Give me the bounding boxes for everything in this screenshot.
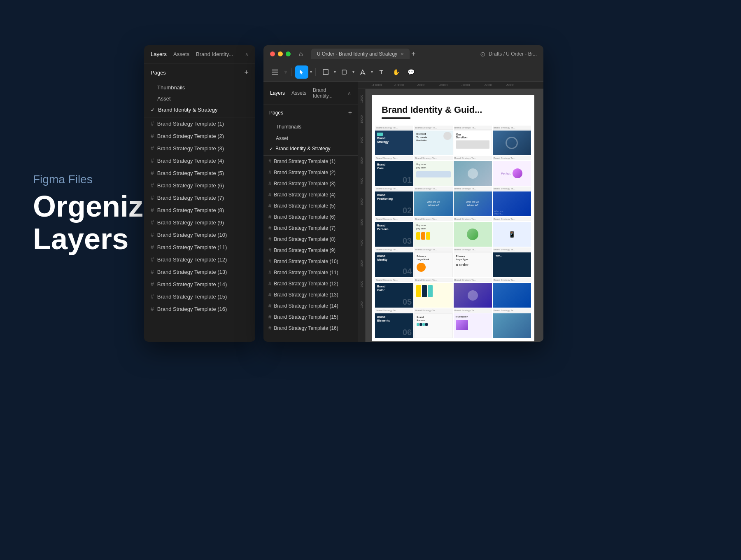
tab-bar: U Order - Brand Identiy and Strategy ✕ +	[311, 49, 416, 59]
thumb-label: Brand Strategy Te...	[493, 126, 531, 130]
layer-item[interactable]: # Brand Strategy Template (11)	[144, 241, 255, 253]
text-tool-btn[interactable]: T	[375, 65, 388, 79]
page-brand-identity-right[interactable]: ✓ Brand Identity & Strategy	[263, 144, 358, 154]
page-thumbnails-left[interactable]: Thumbnails	[144, 82, 255, 93]
layer-item[interactable]: #Brand Strategy Template (8)	[263, 233, 358, 245]
thumb-card	[493, 131, 531, 155]
add-page-btn-left[interactable]: +	[244, 68, 249, 77]
figma-tab-main[interactable]: U Order - Brand Identiy and Strategy ✕	[311, 49, 410, 59]
layer-item[interactable]: # Brand Strategy Template (10)	[144, 229, 255, 241]
tab-assets-left[interactable]: Assets	[173, 51, 189, 57]
pages-section-right: Pages +	[263, 105, 358, 119]
svg-rect-1	[272, 72, 278, 72]
left-panel-header: Layers Assets Brand Identity... ∧	[144, 45, 255, 63]
page-brand-identity-left[interactable]: ✓ Brand Identity & Strategy	[144, 104, 255, 115]
hash-icon: #	[151, 170, 154, 176]
layer-item[interactable]: # Brand Strategy Template (14)	[144, 278, 255, 290]
close-chevron-left[interactable]: ∧	[245, 51, 249, 57]
svg-rect-4	[323, 70, 328, 75]
thumb-label: Brand Strategy Te...	[375, 308, 413, 313]
maximize-window-btn[interactable]	[286, 51, 291, 56]
frame-tool-btn[interactable]	[319, 65, 332, 79]
hash-icon: #	[268, 236, 271, 242]
svg-rect-0	[272, 70, 278, 70]
tab-brand-identity-right[interactable]: Brand Identity...	[313, 87, 341, 99]
hash-icon: #	[151, 133, 154, 139]
layer-item[interactable]: #Brand Strategy Template (16)	[263, 322, 358, 334]
svg-rect-9	[342, 70, 346, 74]
layer-item[interactable]: #Brand Strategy Template (13)	[263, 289, 358, 300]
layer-item[interactable]: # Brand Strategy Template (8)	[144, 204, 255, 216]
layer-item[interactable]: #Brand Strategy Template (5)	[263, 200, 358, 211]
figma-canvas[interactable]: -11000 -10000 -9000 -8000 -7000 -6000 -5…	[358, 82, 543, 342]
minimize-window-btn[interactable]	[278, 51, 283, 56]
thumb-label: Brand Strategy Te...	[375, 156, 413, 160]
figma-toolbar: ▾ ▾ ▾	[263, 63, 543, 82]
tab-close-icon[interactable]: ✕	[401, 52, 404, 56]
layer-item[interactable]: # Brand Strategy Template (7)	[144, 191, 255, 204]
page-thumbnails-right[interactable]: Thumbnails	[263, 121, 358, 132]
thumb-label: Brand Strategy Te...	[414, 308, 452, 313]
shape-tool-btn[interactable]	[338, 65, 351, 79]
design-title-area: Brand Identity & Guid...	[372, 95, 534, 126]
layer-item[interactable]: #Brand Strategy Template (9)	[263, 245, 358, 256]
new-tab-btn[interactable]: +	[411, 50, 416, 58]
thumb-card: OurSolution	[454, 131, 492, 155]
canvas-content[interactable]: Brand Identity & Guid... Brand Strategy …	[366, 89, 543, 342]
layer-item[interactable]: #Brand Strategy Template (12)	[263, 278, 358, 289]
tab-layers-right[interactable]: Layers	[270, 90, 285, 96]
page-asset-right[interactable]: Asset	[263, 132, 358, 144]
layer-item[interactable]: # Brand Strategy Template (16)	[144, 303, 255, 315]
ruler-left: -11000 -10000 -9000 -8000 -7000 -6000 -5…	[358, 89, 366, 342]
tab-layers-left[interactable]: Layers	[151, 51, 167, 57]
layer-item[interactable]: # Brand Strategy Template (5)	[144, 167, 255, 179]
layer-item[interactable]: # Brand Strategy Template (15)	[144, 290, 255, 303]
layer-item[interactable]: #Brand Strategy Template (14)	[263, 300, 358, 311]
hash-icon: #	[268, 214, 271, 220]
layer-item[interactable]: #Brand Strategy Template (7)	[263, 222, 358, 233]
layer-item[interactable]: # Brand Strategy Template (13)	[144, 266, 255, 278]
layer-item[interactable]: #Brand Strategy Template (2)	[263, 167, 358, 178]
close-window-btn[interactable]	[270, 51, 275, 56]
layer-item[interactable]: #Brand Strategy Template (6)	[263, 211, 358, 222]
layer-item[interactable]: # Brand Strategy Template (6)	[144, 179, 255, 191]
check-icon-left: ✓	[151, 107, 155, 113]
breadcrumb-area: ⊙ Drafts / U Order - Br...	[480, 50, 537, 58]
comment-tool-btn[interactable]: 💬	[404, 65, 417, 79]
hash-icon: #	[151, 231, 154, 238]
tab-brand-identity-left[interactable]: Brand Identity...	[196, 51, 233, 57]
layer-item[interactable]: #Brand Strategy Template (4)	[263, 189, 358, 200]
pages-label-left: Pages	[151, 70, 166, 76]
layer-item[interactable]: # Brand Strategy Template (9)	[144, 216, 255, 229]
home-icon[interactable]: ⌂	[299, 50, 303, 58]
page-asset-left[interactable]: Asset	[144, 93, 255, 104]
layer-item[interactable]: #Brand Strategy Template (10)	[263, 256, 358, 267]
thumb-label: Brand Strategy Te...	[493, 187, 531, 191]
layer-item[interactable]: #Brand Strategy Template (15)	[263, 311, 358, 322]
pen-tool-btn[interactable]	[356, 65, 369, 79]
left-panel: Layers Assets Brand Identity... ∧ Pages …	[144, 45, 255, 342]
thumbnails-grid: Brand Strategy Te... Brand Strategy Te..…	[372, 126, 534, 341]
hand-tool-btn[interactable]: ✋	[389, 65, 403, 79]
toolbar-separator	[291, 68, 292, 76]
layer-item[interactable]: # Brand Strategy Template (4)	[144, 154, 255, 167]
check-icon-right: ✓	[269, 146, 273, 152]
thumb-card: Buy nowpay later.	[414, 161, 452, 186]
layer-item[interactable]: # Brand Strategy Template (1)	[144, 117, 255, 130]
tab-assets-right[interactable]: Assets	[291, 90, 306, 96]
menu-btn[interactable]	[268, 65, 282, 79]
cursor-tool-btn[interactable]	[295, 65, 308, 79]
hash-icon: #	[268, 225, 271, 231]
layer-item[interactable]: # Brand Strategy Template (2)	[144, 130, 255, 142]
design-heading: Brand Identity & Guid...	[382, 105, 524, 115]
layer-item[interactable]: # Brand Strategy Template (3)	[144, 142, 255, 154]
thumb-card: Who arethis Pr...	[493, 191, 531, 216]
add-page-btn-right[interactable]: +	[348, 109, 352, 117]
layer-item[interactable]: # Brand Strategy Template (12)	[144, 253, 255, 266]
layer-item[interactable]: #Brand Strategy Template (11)	[263, 267, 358, 278]
layer-item[interactable]: #Brand Strategy Template (1)	[263, 156, 358, 167]
hash-icon: #	[268, 303, 271, 309]
close-chevron-right[interactable]: ∧	[347, 90, 351, 96]
layer-item[interactable]: #Brand Strategy Template (3)	[263, 178, 358, 189]
hash-icon: #	[151, 244, 154, 250]
